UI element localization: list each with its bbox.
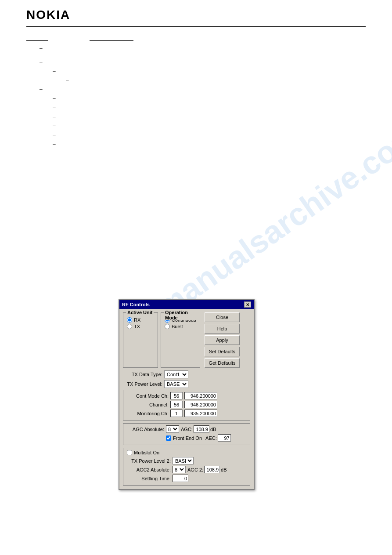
monitoring-ch-label: Monitoring Ch:	[127, 411, 169, 416]
doc-line-7: –	[26, 104, 366, 112]
agc-label-text: AGC:	[181, 427, 193, 432]
doc-line-2: –	[26, 58, 366, 66]
settling-time-row: Settling Time:	[127, 475, 246, 482]
get-defaults-button[interactable]: Get Defaults	[205, 358, 240, 368]
aec-input[interactable]	[218, 434, 231, 442]
active-unit-group: Active Unit RX TX	[123, 312, 158, 368]
agc2-absolute-row: AGC2 Absolute: 8 AGC 2: dB	[127, 466, 246, 473]
rx-radio[interactable]	[127, 317, 132, 323]
help-button[interactable]: Help	[205, 324, 240, 334]
agc2-label-text: AGC 2:	[187, 467, 203, 472]
doc-line-4: –	[26, 76, 366, 84]
tx-power-level2-select[interactable]: BASE LOW HIGH	[173, 457, 194, 464]
tx-power-level-label: TX Power Level:	[123, 381, 162, 387]
agc2-absolute-label: AGC2 Absolute:	[127, 467, 171, 472]
cont-mode-ch-num[interactable]	[170, 392, 183, 399]
tx-power-level-row: TX Power Level: BASE LOW HIGH	[123, 380, 250, 388]
agc-value-input[interactable]	[194, 425, 209, 433]
doc-line-9: –	[26, 122, 366, 130]
burst-radio-row: Burst	[165, 324, 196, 329]
active-unit-title: Active Unit	[126, 310, 154, 315]
dialog-body: Active Unit RX TX Operation Mode	[119, 309, 254, 489]
burst-label: Burst	[172, 324, 183, 329]
cont-mode-ch-row: Cont Mode Ch:	[127, 392, 246, 399]
doc-line-3: –	[26, 68, 366, 75]
close-button[interactable]: Close	[205, 312, 240, 322]
rx-label: RX	[134, 317, 140, 323]
tx-data-type-row: TX Data Type: Cont1 Cont2	[123, 370, 250, 378]
tx-power-level-select[interactable]: BASE LOW HIGH	[164, 380, 188, 388]
cont-mode-ch-label: Cont Mode Ch:	[127, 393, 169, 399]
nokia-logo: NOKIA	[26, 8, 366, 22]
apply-button[interactable]: Apply	[205, 335, 240, 345]
monitoring-ch-row: Monitoring Ch:	[127, 410, 246, 417]
dialog-titlebar: RF Controls ✕	[119, 300, 254, 309]
doc-line-10: –	[26, 131, 366, 139]
agc-absolute-label: AGC Absolute:	[127, 427, 164, 432]
header: NOKIA	[0, 0, 392, 22]
channels-section: Cont Mode Ch: Channel: Monitoring Ch:	[123, 390, 250, 421]
dialog-title: RF Controls	[122, 302, 150, 307]
multislot-section: Multislot On TX Power Level 2: BASE LOW …	[123, 448, 250, 486]
settling-time-input[interactable]	[173, 475, 188, 482]
multislot-on-row: Multislot On	[127, 450, 246, 455]
tx-radio-row: TX	[127, 324, 154, 329]
operation-mode-group: Operation Mode Continuous Burst	[161, 312, 200, 368]
burst-radio[interactable]	[165, 324, 170, 329]
main-content: – – – – – – – – – – – manualsarchive.com…	[0, 27, 392, 159]
agc2-unit: dB	[221, 467, 227, 472]
agc-unit: dB	[210, 427, 216, 432]
front-end-row: Front End On AEC:	[127, 434, 246, 442]
tx-power-level2-row: TX Power Level 2: BASE LOW HIGH	[127, 457, 246, 464]
multislot-label: Multislot On	[134, 450, 159, 455]
agc-absolute-select[interactable]: 8	[166, 425, 179, 433]
cont-mode-ch-freq[interactable]	[184, 392, 217, 399]
doc-line-6: –	[26, 95, 366, 102]
set-defaults-button[interactable]: Set Defaults	[205, 347, 240, 356]
tx-radio[interactable]	[127, 324, 132, 329]
channel-row: Channel:	[127, 401, 246, 408]
doc-text-area: – – – – – – – – – – –	[26, 36, 366, 148]
multislot-checkbox[interactable]	[127, 450, 132, 455]
tx-data-type-select[interactable]: Cont1 Cont2	[164, 370, 188, 378]
doc-line-1: –	[26, 45, 366, 52]
agc-absolute-row: AGC Absolute: 8 AGC: dB	[127, 425, 246, 433]
channel-num[interactable]	[170, 401, 183, 408]
doc-line-11: –	[26, 141, 366, 148]
dialog-close-icon[interactable]: ✕	[244, 301, 251, 308]
doc-line-8: –	[26, 113, 366, 121]
agc2-value-input[interactable]	[204, 466, 220, 473]
link-2[interactable]	[90, 40, 133, 41]
monitoring-ch-freq[interactable]	[184, 410, 217, 417]
monitoring-ch-num[interactable]	[170, 410, 183, 417]
settling-time-label: Settling Time:	[127, 476, 171, 481]
tx-data-type-label: TX Data Type:	[123, 372, 162, 377]
link-1[interactable]	[26, 40, 48, 41]
dialog-window: RF Controls ✕ Active Unit RX	[119, 299, 255, 490]
channel-label: Channel:	[127, 402, 169, 407]
tx-power-level2-label: TX Power Level 2:	[127, 458, 171, 464]
agc2-absolute-select[interactable]: 8	[173, 466, 186, 473]
front-end-checkbox[interactable]	[166, 435, 171, 441]
front-end-label: Front End On	[173, 435, 202, 441]
dialog-buttons-column: Close Help Apply Set Defaults Get Defaul…	[205, 312, 240, 368]
agc-section: AGC Absolute: 8 AGC: dB Front End On AEC	[123, 423, 250, 445]
channel-freq[interactable]	[184, 401, 217, 408]
operation-mode-title: Operation Mode	[164, 310, 200, 320]
aec-label: AEC:	[205, 435, 217, 441]
tx-label: TX	[134, 324, 140, 329]
rx-radio-row: RX	[127, 317, 154, 323]
doc-line-5: –	[26, 86, 366, 93]
rf-controls-dialog: RF Controls ✕ Active Unit RX	[119, 299, 255, 490]
